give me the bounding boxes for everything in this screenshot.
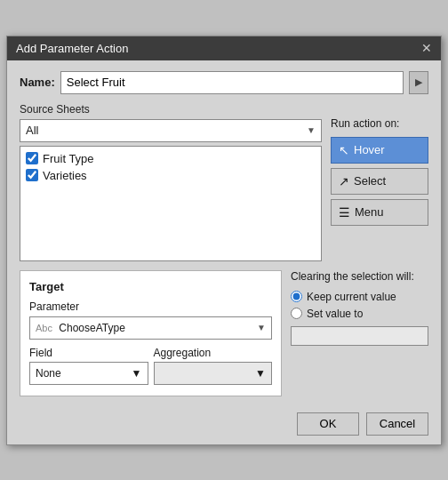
field-agg-row: Field None ▼ Aggregation ▼ (29, 347, 272, 385)
set-value-radio[interactable] (291, 308, 302, 319)
param-dropdown-arrow: ▼ (257, 323, 266, 332)
menu-icon: ☰ (339, 205, 350, 220)
close-button[interactable]: ✕ (421, 42, 432, 54)
field-col: Field None ▼ (29, 347, 148, 385)
hover-icon: ↖ (339, 143, 349, 157)
field-dropdown-arrow: ▼ (132, 367, 142, 380)
clearing-title: Clearing the selection will: (291, 270, 428, 283)
agg-col: Aggregation ▼ (154, 347, 273, 385)
hover-label: Hover (354, 143, 385, 156)
fruit-type-label: Fruit Type (43, 152, 94, 165)
name-input[interactable] (60, 71, 404, 94)
agg-dropdown-arrow: ▼ (255, 367, 266, 380)
title-bar: Add Parameter Action ✕ (7, 36, 441, 60)
source-dropdown-arrow: ▼ (307, 125, 316, 135)
right-panel: Run action on: ↖ Hover ↗ Select ☰ Menu (331, 103, 428, 261)
agg-label: Aggregation (154, 347, 273, 359)
name-arrow-button[interactable]: ▶ (409, 71, 428, 94)
select-label: Select (354, 174, 386, 188)
fruit-type-checkbox[interactable] (26, 152, 38, 164)
main-section: Source Sheets All ▼ Fruit Type Varieties (20, 103, 428, 261)
param-label: Parameter (29, 300, 272, 313)
dialog-body: Name: ▶ Source Sheets All ▼ Fruit Type (7, 60, 441, 405)
varieties-checkbox[interactable] (26, 169, 38, 181)
keep-current-radio[interactable] (291, 291, 302, 302)
cancel-button[interactable]: Cancel (366, 412, 428, 436)
clearing-panel: Clearing the selection will: Keep curren… (291, 270, 428, 396)
param-dropdown-value: Abc ChooseAType (36, 322, 125, 334)
param-value-text: ChooseAType (59, 322, 125, 334)
left-panel: Source Sheets All ▼ Fruit Type Varieties (20, 103, 322, 261)
arrow-icon: ▶ (415, 76, 422, 88)
name-label: Name: (20, 76, 55, 89)
menu-label: Menu (355, 205, 384, 219)
add-parameter-action-dialog: Add Parameter Action ✕ Name: ▶ Source Sh… (6, 36, 442, 445)
list-item: Varieties (26, 167, 316, 184)
keep-current-label: Keep current value (307, 291, 396, 303)
bottom-section: Target Parameter Abc ChooseAType ▼ Field… (20, 270, 428, 396)
set-value-input[interactable] (291, 326, 428, 346)
target-title: Target (29, 280, 272, 293)
set-value-row: Set value to (291, 308, 428, 320)
menu-button[interactable]: ☰ Menu (331, 199, 428, 226)
name-row: Name: ▶ (20, 71, 428, 94)
set-value-label: Set value to (307, 308, 363, 320)
varieties-label: Varieties (43, 169, 87, 182)
field-label: Field (29, 347, 148, 359)
field-dropdown[interactable]: None ▼ (29, 362, 148, 385)
agg-dropdown[interactable]: ▼ (154, 362, 273, 385)
source-dropdown[interactable]: All ▼ (20, 119, 322, 142)
field-value: None (36, 367, 61, 380)
source-sheets-label: Source Sheets (20, 103, 322, 116)
keep-current-row: Keep current value (291, 291, 428, 303)
select-icon: ↗ (339, 174, 349, 188)
dialog-title: Add Parameter Action (16, 42, 128, 55)
run-action-label: Run action on: (331, 117, 428, 130)
select-button[interactable]: ↗ Select (331, 168, 428, 195)
list-item: Fruit Type (26, 150, 316, 167)
sheets-list: Fruit Type Varieties (20, 146, 322, 261)
param-dropdown[interactable]: Abc ChooseAType ▼ (29, 316, 272, 340)
source-dropdown-value: All (26, 124, 38, 137)
ok-button[interactable]: OK (297, 412, 359, 436)
dialog-footer: OK Cancel (7, 405, 441, 444)
target-panel: Target Parameter Abc ChooseAType ▼ Field… (20, 270, 282, 396)
abc-prefix: Abc (36, 323, 52, 333)
hover-button[interactable]: ↖ Hover (331, 137, 428, 164)
